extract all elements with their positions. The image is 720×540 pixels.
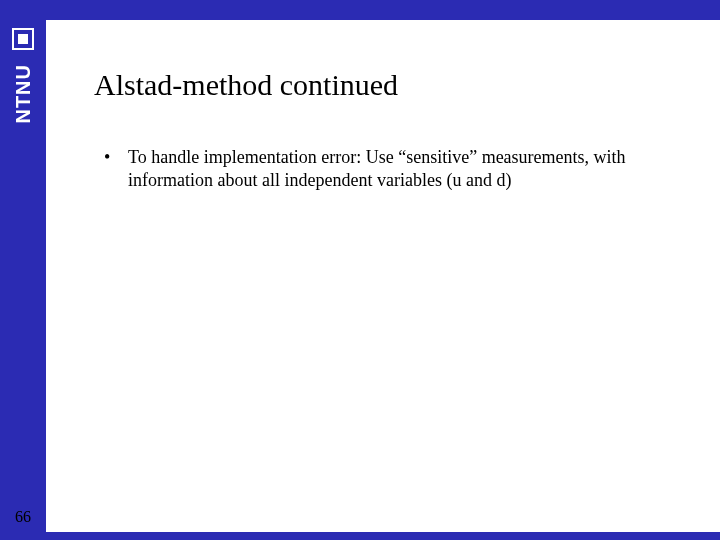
ntnu-logo-icon	[12, 28, 34, 50]
slide-content: Alstad-method continued To handle implem…	[46, 20, 720, 532]
bullet-list: To handle implementation error: Use “sen…	[94, 146, 694, 192]
sidebar-brand: NTNU	[0, 0, 46, 540]
slide: NTNU Alstad-method continued To handle i…	[0, 0, 720, 540]
top-accent-bar	[0, 0, 720, 20]
brand-name: NTNU	[13, 64, 33, 124]
bullet-item: To handle implementation error: Use “sen…	[102, 146, 694, 192]
bottom-accent-bar	[46, 532, 720, 540]
slide-title: Alstad-method continued	[94, 68, 694, 102]
page-number: 66	[0, 508, 46, 526]
